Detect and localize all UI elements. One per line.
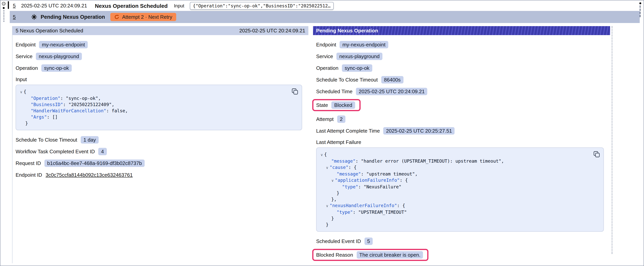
- collapse-chevron-icon[interactable]: ∨: [320, 153, 324, 157]
- field-label: Scheduled Time: [316, 88, 352, 94]
- code-token: [20, 114, 30, 120]
- copy-button[interactable]: [292, 88, 298, 95]
- code-token: : "20250225122409",: [63, 102, 114, 107]
- panel-title: 5 Nexus Operation Scheduled: [16, 28, 83, 34]
- field-label: Endpoint: [316, 42, 336, 47]
- input-inline-label: Input: [174, 3, 184, 9]
- event-timestamp: 2025-02-25 UTC 20:24:09.21: [21, 3, 87, 9]
- input-preview-chip[interactable]: {"Operation":"sync-op-ok","BusinessID":"…: [190, 2, 334, 10]
- timeline-drag-handle[interactable]: [8, 1, 9, 9]
- field-value-badge: 4: [98, 148, 106, 155]
- collapse-chevron-icon[interactable]: ∨: [331, 179, 335, 182]
- code-token: : "NexusFailure": [358, 184, 402, 190]
- code-token: : "sync-op-ok",: [60, 96, 101, 101]
- panel-timestamp: 2025-02-25 UTC 20:24:09.21: [239, 28, 305, 34]
- timeline-marker-icon[interactable]: [2, 2, 6, 6]
- timeline-dot-icon: [3, 7, 5, 9]
- field-row-schedule-to-close: Schedule To Close Timeout 86400s: [316, 76, 607, 84]
- code-token: : {: [397, 203, 405, 208]
- field-label: Last Attempt Complete Time: [316, 128, 380, 134]
- endpoint-id-link[interactable]: 3c0c75ccfa8144b092c13ce632463761: [46, 172, 133, 178]
- field-value-badge: nexus-playground: [36, 53, 82, 60]
- code-token: "HandlerWaitForCancellation": [30, 108, 106, 114]
- code-token: : {: [348, 165, 357, 170]
- event-row-pending-selected[interactable]: 5 Pending Nexus Operation Attempt 2 · Ne…: [10, 11, 640, 23]
- code-token: [320, 209, 336, 215]
- pending-fields: Endpoint my-nexus-endpoint Service nexus…: [313, 35, 610, 261]
- collapse-chevron-icon[interactable]: ∨: [326, 166, 330, 170]
- input-section-label: Input: [16, 76, 305, 82]
- code-token: "message": [336, 171, 361, 177]
- field-label: Service: [316, 53, 333, 59]
- code-token: : {: [400, 177, 408, 183]
- retry-icon: [114, 15, 120, 20]
- field-label: Operation: [316, 65, 338, 71]
- field-value-badge: sync-op-ok: [41, 64, 72, 72]
- code-token: : []: [47, 114, 58, 120]
- code-token: [320, 184, 342, 190]
- field-row-request-id: Request ID b1c6a4bc-8ee7-468a-9169-df3b0…: [16, 159, 305, 167]
- event-id-link[interactable]: 5: [13, 3, 16, 9]
- code-token: "message": [331, 158, 356, 164]
- attempt-retry-badge: Attempt 2 · Next Retry: [110, 13, 176, 21]
- failure-section-label: Last Attempt Failure: [316, 139, 607, 145]
- highlight-annotation-state: State Blocked: [312, 99, 360, 111]
- field-row-schedule-to-close: Schedule To Close Timeout 1 day: [16, 136, 305, 144]
- code-token: "BusinessID": [30, 102, 63, 107]
- pending-event-title: Pending Nexus Operation: [40, 14, 105, 20]
- field-row-endpoint: Endpoint my-nexus-endpoint: [16, 41, 305, 48]
- pending-operation-panel: Pending Nexus Operation Endpoint my-nexu…: [313, 26, 610, 263]
- failure-json-viewer: ∨ { "message": "handler error (UPSTREAM_…: [316, 147, 604, 232]
- code-token: : "handler error (UPSTREAM_TIMEOUT): ups…: [356, 158, 504, 164]
- event-history-page: 5 2025-02-25 UTC 20:24:09.21 Nexus Opera…: [0, 0, 644, 266]
- field-row-service: Service nexus-playground: [316, 52, 607, 60]
- collapse-chevron-icon[interactable]: ∨: [326, 204, 330, 208]
- field-value-badge: 2025-02-25 UTC 20:25:27.51: [384, 127, 455, 134]
- code-token: },: [320, 197, 336, 202]
- code-token: "type": [336, 209, 353, 215]
- code-token: [320, 158, 331, 164]
- state-field-row: State Blocked: [316, 99, 607, 111]
- field-label: Blocked Reason: [316, 252, 353, 258]
- code-token: {: [24, 89, 26, 94]
- nexus-asterisk-icon: [31, 14, 37, 20]
- code-token: "applicationFailureInfo": [335, 177, 400, 183]
- event-title: Nexus Operation Scheduled: [95, 3, 168, 9]
- event-detail-panels: 5 Nexus Operation Scheduled 2025-02-25 U…: [12, 26, 610, 263]
- code-token: [20, 108, 30, 114]
- copy-button[interactable]: [593, 151, 600, 158]
- field-value-badge: my-nexus-endpoint: [39, 41, 88, 48]
- input-json-viewer: ∨ { "Operation": "sync-op-ok", "Business…: [16, 85, 302, 130]
- code-token: "Args": [30, 114, 47, 120]
- collapse-chevron-icon[interactable]: ∨: [20, 90, 24, 94]
- code-token: [20, 102, 30, 107]
- json-content: ∨ { "message": "handler error (UPSTREAM_…: [320, 151, 599, 228]
- code-token: "cause": [330, 165, 348, 170]
- code-token: "Operation": [30, 96, 60, 101]
- field-row-operation: Operation sync-op-ok: [316, 64, 607, 72]
- field-value-badge: 2: [337, 115, 346, 123]
- blocked-reason-field-row: Blocked Reason The circuit breaker is op…: [316, 249, 607, 261]
- field-row-scheduled-time: Scheduled Time 2025-02-25 UTC 20:24:09.2…: [316, 87, 607, 95]
- code-token: "nexusHandlerFailureInfo": [330, 203, 397, 208]
- panel-title: Pending Nexus Operation: [316, 28, 378, 34]
- highlight-annotation-blocked-reason: Blocked Reason The circuit breaker is op…: [312, 249, 428, 261]
- field-row-operation: Operation sync-op-ok: [16, 64, 305, 72]
- field-value-badge: 86400s: [381, 76, 403, 83]
- field-value-badge: 5: [364, 237, 373, 245]
- event-id-link[interactable]: 5: [13, 14, 16, 20]
- field-label: Endpoint: [16, 42, 36, 47]
- field-label: State: [316, 102, 328, 108]
- event-row-scheduled[interactable]: 5 2025-02-25 UTC 20:24:09.21 Nexus Opera…: [10, 1, 640, 11]
- field-value-badge: 1 day: [81, 136, 99, 143]
- json-content: ∨ { "Operation": "sync-op-ok", "Business…: [20, 89, 297, 126]
- scheduled-fields: Endpoint my-nexus-endpoint Service nexus…: [12, 35, 308, 179]
- code-token: }: [320, 216, 334, 221]
- field-value-badge: nexus-playground: [336, 53, 382, 60]
- panel-resize-handle[interactable]: [612, 26, 612, 254]
- field-label: Attempt: [316, 116, 334, 122]
- blocked-reason-badge: The circuit breaker is open.: [356, 251, 423, 258]
- code-token: "type": [342, 184, 358, 190]
- code-token: }: [320, 190, 339, 196]
- state-badge: Blocked: [332, 101, 355, 109]
